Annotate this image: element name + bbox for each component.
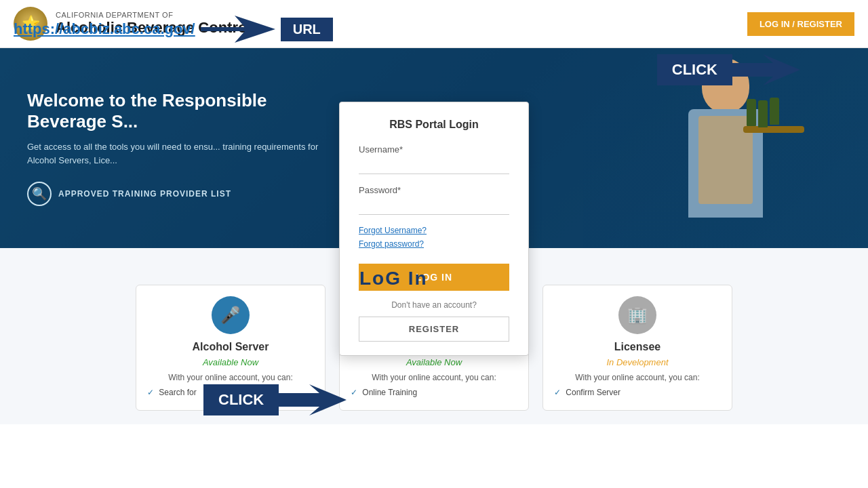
username-input[interactable] <box>359 157 509 174</box>
forgot-username-link[interactable]: Forgot Username? <box>359 226 509 235</box>
check-icon-2: ✓ <box>351 388 357 397</box>
card-desc-3: With your online account, you can: <box>554 373 721 382</box>
search-icon: 🔍 <box>27 182 52 206</box>
card-desc-1: With your online account, you can: <box>147 373 314 382</box>
url-link[interactable]: https://abcbiz.abc.ca.gov/ <box>14 20 195 38</box>
svg-marker-2 <box>279 384 347 415</box>
modal-title: RBS Portal Login <box>359 119 509 131</box>
no-account-text: Don't have an account? <box>359 300 509 310</box>
click-label-top: CLICK <box>657 54 732 85</box>
forgot-password-link[interactable]: Forgot password? <box>359 239 509 249</box>
login-register-button[interactable]: LOG IN / REGISTER <box>747 12 854 36</box>
hero-content: Welcome to the Responsible Beverage S...… <box>0 70 353 226</box>
url-arrow-icon <box>201 12 275 46</box>
click-annotation-top: CLICK <box>657 53 800 87</box>
click-label-bottom: CLICK <box>203 384 279 415</box>
card-licensee: 🏢 Licensee In Development With your onli… <box>542 285 732 411</box>
card-status-3: In Development <box>554 357 721 367</box>
approved-training-link[interactable]: 🔍 APPROVED TRAINING PROVIDER LIST <box>27 182 326 206</box>
username-label: Username* <box>359 144 509 155</box>
login-modal: RBS Portal Login Username* Password* For… <box>339 102 529 356</box>
url-annotation: https://abcbiz.abc.ca.gov/ URL <box>14 12 333 46</box>
svg-marker-0 <box>201 16 275 43</box>
card-feature-3: ✓ Confirm Server <box>554 388 721 397</box>
approved-training-text: APPROVED TRAINING PROVIDER LIST <box>58 189 231 199</box>
username-group: Username* <box>359 144 509 174</box>
card-title-3: Licensee <box>554 341 721 353</box>
hero-title: Welcome to the Responsible Beverage S... <box>27 90 326 132</box>
waiter-tray <box>743 126 804 133</box>
card-status-2: Available Now <box>351 357 517 367</box>
check-icon-1: ✓ <box>147 388 154 397</box>
password-group: Password* <box>359 185 509 215</box>
log-in-button[interactable]: LOG IN <box>359 264 509 291</box>
card-title-1: Alcohol Server <box>147 341 314 353</box>
card-desc-2: With your online account, you can: <box>351 373 517 382</box>
card-feature-2: ✓ Online Training <box>351 388 517 397</box>
register-button[interactable]: REGISTER <box>359 317 509 342</box>
check-icon-3: ✓ <box>554 388 561 397</box>
bottle-1 <box>747 99 756 126</box>
licensee-icon: 🏢 <box>618 296 656 334</box>
url-label: URL <box>281 18 333 41</box>
hero-desc: Get access to all the tools you will nee… <box>27 140 326 167</box>
bottle-3 <box>770 98 779 125</box>
waiter-figure <box>637 58 814 248</box>
card-status-1: Available Now <box>147 357 314 367</box>
password-input[interactable] <box>359 198 509 215</box>
click-arrow-bottom-icon <box>279 383 347 417</box>
alcohol-server-icon: 🎤 <box>212 296 250 334</box>
password-label: Password* <box>359 185 509 195</box>
click-annotation-bottom: CLICK <box>203 383 347 417</box>
click-arrow-right-icon <box>732 53 800 87</box>
svg-marker-1 <box>732 54 800 85</box>
bottle-2 <box>758 100 768 127</box>
